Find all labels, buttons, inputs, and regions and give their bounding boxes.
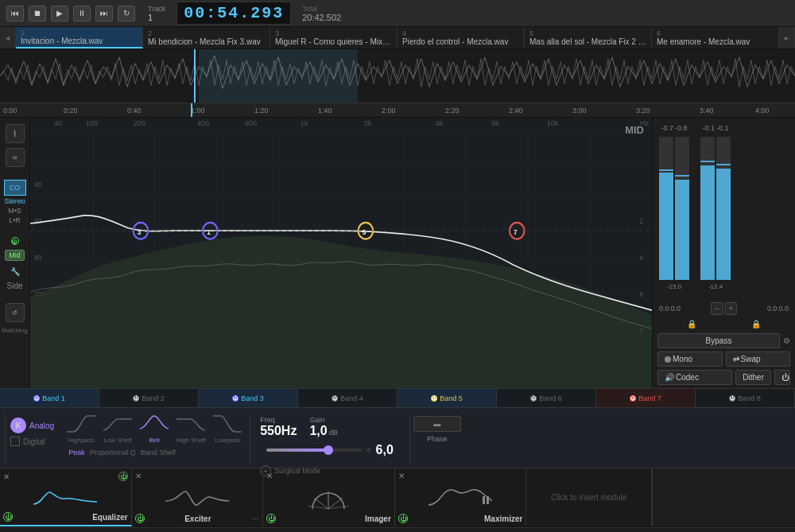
analog-icon: K — [10, 417, 26, 433]
module-maximizer-power[interactable]: ⏻ — [398, 514, 408, 523]
gain-slider[interactable] — [266, 449, 362, 452]
phase-slider[interactable]: ▬ — [413, 416, 461, 432]
right-lock-icon[interactable]: 🔒 — [751, 320, 761, 328]
module-exciter-close[interactable]: ✕ — [135, 472, 142, 480]
timeline-bar[interactable]: 0:00 0:20 0:40 1:00 1:20 1:40 2:00 2:20 … — [0, 103, 795, 118]
left-lock-icon[interactable]: 🔒 — [687, 320, 696, 328]
settings-icon[interactable]: ⚙ — [783, 336, 790, 345]
module-imager[interactable]: ✕ ⏻ Imager — [263, 468, 395, 526]
module-equalizer-power[interactable]: ⏻ — [118, 472, 128, 481]
band-3-power: ⏻ — [232, 395, 238, 402]
band-tab-3[interactable]: ⏻ Band 3 — [199, 389, 298, 407]
track-item-1[interactable]: 1 Invitacion - Mezcla.wav — [16, 27, 143, 49]
digital-checkbox[interactable] — [10, 437, 20, 446]
freq-10k: 10k — [547, 119, 559, 127]
left-bottom-val1: -15.0 — [667, 283, 681, 290]
side-label[interactable]: Side — [6, 282, 22, 290]
dither-button[interactable]: Dither — [735, 370, 771, 385]
main-area: ⌇ ≈ CO Stereo M•S L•R ⏻ Mid 🔧 Side ↺ Mat… — [0, 118, 795, 388]
track-nav-prev[interactable]: ◄ — [0, 27, 16, 49]
band-controls: ⏻ Band 1 ⏻ Band 2 ⏻ Band 3 ⏻ Band 4 ⏻ Ba… — [0, 388, 795, 468]
eq-display[interactable]: 40 100 200 400 600 1k 2k 4k 6k 10k Hz 40 — [30, 118, 652, 388]
band-tab-5[interactable]: ⏻ Band 5 — [398, 389, 497, 407]
module-imager-close[interactable]: ✕ — [266, 472, 273, 480]
high-shelf-shape[interactable]: High Shelf — [175, 413, 207, 444]
band-tab-4[interactable]: ⏻ Band 4 — [298, 389, 398, 407]
left-meter-group: -0.7 -0.8 -15.0 — [659, 124, 689, 293]
loop-button[interactable]: ↻ — [118, 6, 135, 21]
power-indicator[interactable]: ⏻ — [11, 237, 19, 245]
svg-rect-27 — [483, 496, 485, 504]
freq-param-label: Freq — [260, 416, 297, 424]
lowpass-shape[interactable]: Lowpass — [211, 413, 243, 444]
module-exciter-power[interactable]: ⏻ — [135, 514, 145, 523]
module-equalizer[interactable]: ✕ ⏻ ⏻ Equalizer — [0, 468, 132, 526]
bell-label: Bell — [149, 437, 159, 444]
bell-shape[interactable]: Bell — [138, 413, 170, 444]
track-4-name: Pierdo el control - Mezcla.wav — [402, 37, 519, 46]
play-button[interactable]: ▶ — [51, 6, 68, 21]
band-shelf-subtype[interactable]: Band Shelf — [141, 449, 176, 456]
band-tab-8[interactable]: ⏻ Band 8 — [696, 389, 795, 407]
stop-button[interactable]: ⏹ — [29, 6, 46, 21]
module-equalizer-close[interactable]: ✕ — [3, 472, 10, 481]
curve-tool-button[interactable]: ⌇ — [6, 124, 25, 143]
peak-subtype[interactable]: Peak — [68, 449, 85, 456]
svg-text:6: 6 — [640, 290, 644, 299]
track-nav-next[interactable]: ► — [779, 27, 795, 49]
track-item-5[interactable]: 5 Mas alla del sol - Mezcla Fix 2 (Ta... — [525, 27, 652, 49]
module-maximizer[interactable]: ✕ ⏻ Maximizer — [395, 468, 527, 526]
pause-button[interactable]: ⏸ — [73, 6, 91, 21]
track-item-4[interactable]: 4 Pierdo el control - Mezcla.wav — [398, 27, 525, 49]
module-exciter-dots[interactable]: ⋯ — [251, 515, 259, 523]
lr-label[interactable]: L•R — [9, 216, 21, 224]
module-imager-power[interactable]: ⏻ — [266, 514, 276, 523]
svg-rect-28 — [487, 496, 489, 504]
eq-mode-label: MID — [625, 124, 644, 136]
module-imager-footer: ⏻ Imager — [266, 514, 391, 523]
rewind-button[interactable]: ⏮ — [6, 6, 24, 21]
proportional-subtype[interactable]: Proportional Q — [90, 449, 136, 456]
freq-1k: 1k — [301, 119, 308, 127]
module-eq-power-bottom[interactable]: ⏻ — [3, 512, 13, 522]
gain-slider-icon: ○ — [366, 446, 370, 454]
track-item-2[interactable]: 2 Mi bendicion - Mezcla Fix 3.wav — [143, 27, 270, 49]
mid-mode-button[interactable]: Mid — [5, 250, 25, 261]
power-off-button[interactable]: ⏻ — [774, 370, 790, 385]
svg-line-24 — [328, 498, 343, 509]
codec-button[interactable]: 🔊 Codec — [657, 370, 732, 385]
right-bottom-val1: -12.4 — [708, 283, 723, 290]
s-indicator: 🔧 — [6, 266, 25, 277]
insert-module-placeholder[interactable]: Click to insert module — [526, 468, 652, 526]
track-item-6[interactable]: 6 Me enamore - Mezcla.wav — [652, 27, 779, 49]
track-1-num: 1 — [21, 29, 138, 37]
analog-button[interactable]: K Analog — [10, 417, 54, 433]
band-tab-1[interactable]: ⏻ Band 1 — [0, 389, 99, 407]
track-item-3[interactable]: 3 Miguel R - Como quieres - Mix (Or... — [270, 27, 398, 49]
meter-minus-btn[interactable]: − — [711, 302, 723, 315]
freq-param: Freq 550Hz — [260, 416, 297, 438]
digital-button[interactable]: Digital — [10, 437, 54, 446]
stereo-mode-icon[interactable]: CO — [4, 180, 26, 196]
mono-button[interactable]: Mono — [657, 351, 723, 367]
bypass-button[interactable]: Bypass — [657, 333, 780, 348]
gain-slider-fill — [266, 449, 328, 452]
low-shelf-shape[interactable]: Low Shelf — [102, 413, 134, 444]
module-maximizer-close[interactable]: ✕ — [398, 472, 405, 480]
gain-slider-thumb[interactable] — [324, 445, 333, 455]
forward-button[interactable]: ⏭ — [95, 6, 113, 21]
highpass-shape[interactable]: Highpass — [65, 413, 97, 444]
ms-label[interactable]: M•S — [8, 207, 21, 215]
band-tab-6[interactable]: ⏻ Band 6 — [497, 389, 596, 407]
band-tab-2[interactable]: ⏻ Band 2 — [99, 389, 199, 407]
module-imager-title: Imager — [365, 515, 391, 523]
eq-tool-button[interactable]: ≈ — [6, 148, 25, 167]
swap-button[interactable]: ⇄ Swap — [726, 351, 791, 367]
svg-text:80: 80 — [34, 254, 41, 262]
match-button[interactable]: ↺ — [6, 303, 25, 322]
module-exciter[interactable]: ✕ ⏻ Exciter ⋯ — [132, 468, 264, 526]
lock-controls: 🔒 🔒 — [653, 318, 795, 330]
band-tab-7[interactable]: ⏻ Band 7 — [596, 389, 696, 407]
waveform-area — [0, 49, 795, 103]
meter-plus-btn[interactable]: + — [725, 302, 737, 315]
